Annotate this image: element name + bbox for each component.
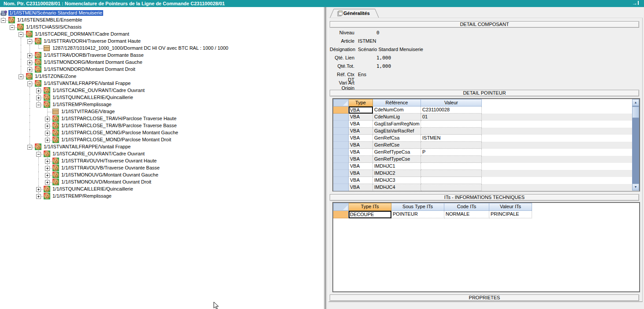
grid-cell[interactable]: PRINCIPALE <box>489 211 532 218</box>
tree-item[interactable]: 1/1/ISTMONDORD/Montant Dormant Droit <box>0 66 324 73</box>
tree-item-label[interactable]: 1/1/ISTPARCLOSE_MOND/Parclose Montant Dr… <box>60 137 172 143</box>
expand-icon[interactable] <box>36 88 41 93</box>
grid-cell[interactable] <box>421 156 482 163</box>
tree-item[interactable]: 1/1/ISTREMP/Remplissage <box>0 193 324 200</box>
grid-cell[interactable]: VBA <box>349 121 373 128</box>
collapse-icon[interactable] <box>36 152 41 157</box>
tree-item-label[interactable]: 1/1/ISTENSEMBLE/Ensemble <box>16 17 83 23</box>
collapse-icon[interactable] <box>1 18 6 23</box>
expand-icon[interactable] <box>27 53 32 58</box>
column-header[interactable]: Référence <box>373 99 421 107</box>
grid-cell[interactable]: VBA <box>349 170 373 177</box>
grid-cell[interactable] <box>421 142 482 149</box>
collapse-icon[interactable] <box>27 81 32 86</box>
scrollbar-thumb[interactable] <box>632 107 639 118</box>
row-indicator[interactable] <box>333 128 349 135</box>
tree-item[interactable]: 1/1/ISTTRAVOUVB/Traverse Ouvrante Basse <box>0 165 324 172</box>
expand-icon[interactable] <box>36 194 41 199</box>
grid-cell[interactable]: CdeNumLig <box>373 114 421 121</box>
tree-item[interactable]: 1/1/ISTCADRE_DORMANT/Cadre Dormant <box>0 31 324 38</box>
expand-icon[interactable] <box>45 138 50 143</box>
collapse-icon[interactable] <box>36 103 41 107</box>
tree-item[interactable]: 1/1/ISTMEN/Scénario Standard Menuiserie <box>0 10 324 17</box>
grid-row[interactable]: VBACdeNumComC231100028 <box>333 107 639 114</box>
grid-cell[interactable]: P <box>421 149 482 156</box>
grid-cell[interactable] <box>421 177 482 184</box>
grid-row[interactable]: VBAIMDHJC2 <box>333 170 639 177</box>
tree-item-label[interactable]: 1/1/ISTVANTAILFRAPPE/Vantail Frappe <box>43 144 131 150</box>
tree-item[interactable]: 1/1/ISTMONDORG/Montant Dormant Gauche <box>0 59 324 66</box>
tree-item[interactable]: 1/1/ISTPARCLOSE_TRAVH/Parclose Traverse … <box>0 115 324 122</box>
grid-cell[interactable]: VBA <box>349 128 373 135</box>
expand-icon[interactable] <box>36 187 41 192</box>
expand-icon[interactable] <box>45 180 50 185</box>
grid-cell[interactable]: VBA <box>349 114 373 121</box>
tree-item-label[interactable]: 1/1/ISTPARCLOSE_MONG/Parclose Montant Ga… <box>60 130 179 136</box>
grid-cell[interactable]: VBA <box>349 163 373 170</box>
grid-cell[interactable]: VBA <box>349 184 373 191</box>
grid-cell[interactable] <box>421 184 482 191</box>
grid-row[interactable]: VBAGenRefTypeCse <box>333 156 639 163</box>
grid-cell[interactable]: NORMALE <box>444 211 489 218</box>
grid-cell[interactable]: IMDHJC3 <box>373 177 421 184</box>
section-header-its[interactable]: ITs - INFORMATIONS TECHNIQUES <box>330 194 639 201</box>
tree-item-label[interactable]: 1/1/ISTVANTAILFRAPPE/Vantail Frappe <box>43 81 131 86</box>
grid-row[interactable]: VBAIMDHJC3 <box>333 177 639 184</box>
tree-item[interactable]: 1287/1287/1010412_1000_1000/Dormant DC H… <box>0 45 324 52</box>
grid-row[interactable]: VBAIMDHJC4 <box>333 184 639 191</box>
grid-row[interactable]: DECOUPEPOINTEURNORMALEPRINCIPALE <box>333 211 639 218</box>
grid-cell[interactable]: VBA <box>349 149 373 156</box>
collapse-panel-button[interactable]: → <box>632 0 639 7</box>
row-indicator[interactable] <box>333 107 349 114</box>
grid-cell[interactable]: GenRefTypeCse <box>373 156 421 163</box>
grid-cell[interactable]: VBA <box>349 107 373 114</box>
tree-item-label[interactable]: 1/1/ISTMONDORD/Montant Dormant Droit <box>43 66 136 72</box>
grid-cell[interactable]: IMDHJC4 <box>373 184 421 191</box>
grid-corner-cell[interactable] <box>333 203 349 211</box>
row-indicator[interactable] <box>333 135 349 142</box>
grid-cell[interactable]: IMDHJC1 <box>373 163 421 170</box>
tree-item-label[interactable]: 1/1/ISTREMP/Remplissage <box>52 102 112 107</box>
scroll-up-icon[interactable]: ▲ <box>632 99 639 106</box>
tree-item-label[interactable]: 1/1/ISTTRAVDORH/Traverse Dormant Haute <box>43 38 141 44</box>
row-indicator[interactable] <box>333 184 349 191</box>
collapse-icon[interactable] <box>10 25 15 30</box>
tree-item[interactable]: 1/1/ISTVANTAILFRAPPE/Vantail Frappe <box>0 80 324 87</box>
grid-cell[interactable]: GenRefTypeCsa <box>373 149 421 156</box>
row-indicator[interactable] <box>333 170 349 177</box>
grid-cell[interactable]: C231100028 <box>421 107 482 114</box>
section-header-detail-pointeur[interactable]: DETAIL POINTEUR <box>330 90 639 96</box>
collapse-icon[interactable] <box>27 39 32 44</box>
grid-corner-cell[interactable] <box>333 99 349 107</box>
expand-icon[interactable] <box>45 173 50 178</box>
grid-row[interactable]: VBAGenRefTypeCsaP <box>333 149 639 156</box>
tree-item-label[interactable]: 1/1/ISTMONDORG/Montant Dormant Gauche <box>43 59 143 65</box>
grid-cell[interactable]: GagEtaFamRegNom <box>373 121 421 128</box>
grid-cell[interactable] <box>421 163 482 170</box>
tree-item[interactable]: 1/1/ISTCADRE_OUVRANT/Cadre Ouvrant <box>0 87 324 94</box>
expand-icon[interactable] <box>45 131 50 136</box>
collapse-icon[interactable] <box>27 145 32 150</box>
column-header[interactable]: Valeur <box>421 99 482 107</box>
tree-item[interactable]: 1/1/ISTENSEMBLE/Ensemble <box>0 17 324 24</box>
expand-icon[interactable] <box>45 166 50 171</box>
grid-cell[interactable] <box>421 170 482 177</box>
grid-cell[interactable]: VBA <box>349 142 373 149</box>
collapse-icon[interactable] <box>19 32 23 37</box>
tree-item-label[interactable]: 1/1/ISTCADRE_DORMANT/Cadre Dormant <box>34 31 130 37</box>
tree-item-label[interactable]: 1/1/ISTVITRAGE/Vitrage <box>60 109 115 114</box>
grid-cell[interactable]: 01 <box>421 114 482 121</box>
expand-icon[interactable] <box>45 117 50 121</box>
row-indicator[interactable] <box>333 211 349 218</box>
expand-icon[interactable] <box>45 159 50 164</box>
expand-icon[interactable] <box>45 124 50 129</box>
expand-icon[interactable] <box>27 67 32 72</box>
tree-item-label[interactable]: 1/1/ISTMONOUVG/Montant Ouvrant Gauche <box>60 172 159 178</box>
pointeur-vertical-scrollbar[interactable]: ▲ ▼ <box>632 99 639 191</box>
grid-row[interactable]: VBAIMDHJC1 <box>333 163 639 170</box>
row-indicator[interactable] <box>333 142 349 149</box>
tree-item[interactable]: 1/1/ISTMONOUVG/Montant Ouvrant Gauche <box>0 172 324 179</box>
tree-item[interactable]: 1/1/ISTTRAVDORH/Traverse Dormant Haute <box>0 38 324 45</box>
tree-item[interactable]: 1/1/ISTTRAVDORB/Traverse Dormante Basse <box>0 52 324 59</box>
tree-item[interactable]: 1/1/ISTPARCLOSE_MONG/Parclose Montant Ga… <box>0 129 324 136</box>
